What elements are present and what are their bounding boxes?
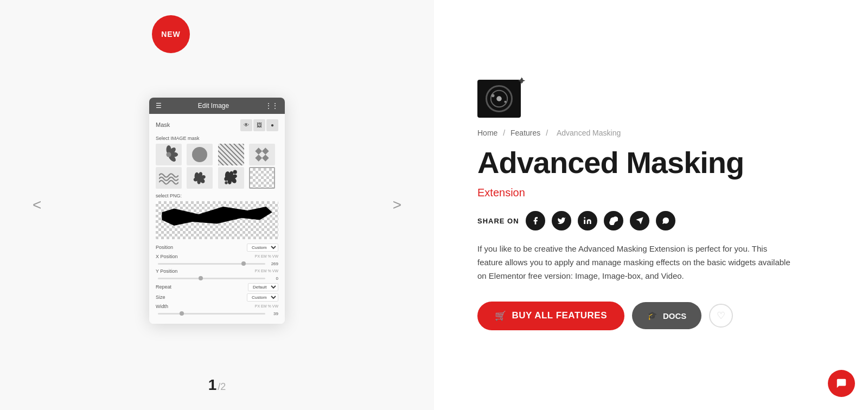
- mask-cell-circle[interactable]: [187, 144, 213, 165]
- svg-point-9: [233, 170, 237, 174]
- width-slider-value: 39: [267, 311, 278, 316]
- repeat-row: Repeat Default: [156, 283, 278, 291]
- page-current: 1: [208, 376, 217, 394]
- png-preview: [156, 201, 278, 239]
- width-slider-thumb[interactable]: [180, 311, 184, 316]
- x-position-units: PX EM % VW: [255, 254, 278, 258]
- svg-point-14: [505, 101, 507, 103]
- svg-rect-8: [262, 154, 269, 161]
- facebook-icon[interactable]: [526, 211, 545, 230]
- grid-icon[interactable]: ⋮⋮: [265, 102, 278, 110]
- left-section: NEW < ☰ Edit Image ⋮⋮ Mask 👁 🖼 ●: [0, 0, 434, 410]
- x-position-row: X Position PX EM % VW: [156, 254, 278, 259]
- svg-point-4: [167, 152, 171, 157]
- wishlist-button[interactable]: ♡: [709, 304, 733, 328]
- mask-row: Mask 👁 🖼 ●: [156, 119, 278, 133]
- y-position-label: Y Position: [156, 268, 188, 274]
- telegram-icon[interactable]: [630, 211, 649, 230]
- next-arrow[interactable]: >: [393, 196, 401, 214]
- page-total: 2: [220, 381, 226, 392]
- prev-arrow[interactable]: <: [33, 196, 41, 214]
- breadcrumb-current: Advanced Masking: [557, 129, 621, 137]
- y-slider-track[interactable]: [158, 278, 265, 279]
- svg-point-12: [496, 97, 502, 102]
- phone-mockup: ☰ Edit Image ⋮⋮ Mask 👁 🖼 ● Select IMAGE …: [149, 98, 285, 324]
- svg-point-15: [584, 217, 585, 219]
- twitter-icon[interactable]: [552, 211, 571, 230]
- phone-header: ☰ Edit Image ⋮⋮: [149, 98, 285, 114]
- x-slider-thumb[interactable]: [241, 261, 246, 266]
- buy-all-features-button[interactable]: 🛒 BUY ALL FEATURES: [477, 302, 624, 330]
- position-row: Position Custom: [156, 244, 278, 252]
- share-row: SHARE ON: [477, 211, 825, 230]
- mask-cell-wave[interactable]: [156, 167, 182, 189]
- position-dropdown[interactable]: Custom: [247, 244, 278, 252]
- mask-icons-row: 👁 🖼 ●: [240, 119, 278, 131]
- whatsapp-icon[interactable]: [656, 211, 675, 230]
- width-section: Width PX EM % VW 39: [156, 304, 278, 316]
- skype-icon[interactable]: [604, 211, 623, 230]
- mask-cell-diagonal[interactable]: [218, 144, 244, 165]
- svg-point-13: [492, 94, 495, 98]
- product-icon: ✦: [477, 80, 521, 118]
- docs-icon: 🎓: [647, 311, 658, 321]
- cart-icon: 🛒: [495, 310, 507, 322]
- width-slider-row: 39: [156, 311, 278, 316]
- mask-cell-splatter1[interactable]: [187, 167, 213, 189]
- breadcrumb-features[interactable]: Features: [510, 129, 540, 137]
- mask-cell-splatter2[interactable]: [218, 167, 244, 189]
- right-section: ✦ Home / Features / Advanced Masking Adv…: [434, 0, 868, 410]
- share-label: SHARE ON: [477, 217, 519, 225]
- y-position-section: Y Position PX EM % VW 0: [156, 268, 278, 281]
- docs-button[interactable]: 🎓 DOCS: [632, 302, 701, 329]
- breadcrumb-home[interactable]: Home: [477, 129, 497, 137]
- page-indicator: 1 /2: [208, 376, 226, 394]
- x-slider-track[interactable]: [158, 263, 265, 265]
- buy-button-label: BUY ALL FEATURES: [512, 310, 608, 321]
- svg-rect-5: [255, 148, 262, 155]
- y-slider-thumb[interactable]: [199, 276, 203, 280]
- size-label: Size: [156, 294, 188, 300]
- size-dropdown[interactable]: Custom: [247, 293, 278, 302]
- product-description: If you like to be creative the Advanced …: [477, 242, 792, 283]
- heart-icon: ♡: [717, 310, 725, 322]
- svg-rect-6: [262, 148, 269, 155]
- hamburger-icon[interactable]: ☰: [156, 102, 162, 110]
- svg-point-10: [225, 181, 227, 184]
- product-icon-inner: [486, 85, 513, 112]
- new-badge-label: NEW: [161, 30, 181, 39]
- page-container: NEW < ☰ Edit Image ⋮⋮ Mask 👁 🖼 ●: [0, 0, 868, 410]
- mask-image-icon[interactable]: 🖼: [253, 119, 265, 131]
- breadcrumb: Home / Features / Advanced Masking: [477, 129, 825, 137]
- y-position-row: Y Position PX EM % VW: [156, 268, 278, 274]
- width-slider-track[interactable]: [158, 313, 265, 315]
- chat-bubble[interactable]: [828, 370, 855, 397]
- mask-cell-flower[interactable]: [156, 144, 182, 165]
- mask-grid: [156, 144, 278, 189]
- phone-header-title: Edit Image: [198, 102, 229, 110]
- product-type: Extension: [477, 187, 825, 199]
- phone-body: Mask 👁 🖼 ● Select IMAGE mask: [149, 114, 285, 324]
- mask-cell-diamond[interactable]: [249, 144, 275, 165]
- breadcrumb-sep2: /: [546, 129, 548, 137]
- select-png-label: select PNG:: [156, 193, 278, 198]
- mask-label: Mask: [156, 121, 170, 128]
- product-title: Advanced Masking: [477, 147, 825, 179]
- x-slider-value: 269: [267, 261, 278, 266]
- position-label: Position: [156, 245, 188, 250]
- y-slider-row: 0: [156, 276, 278, 281]
- mask-eye-icon[interactable]: 👁: [240, 119, 252, 131]
- x-position-label: X Position: [156, 254, 188, 259]
- x-position-section: X Position PX EM % VW 269: [156, 254, 278, 266]
- size-row: Size Custom: [156, 293, 278, 302]
- action-row: 🛒 BUY ALL FEATURES 🎓 DOCS ♡: [477, 302, 825, 330]
- mask-circle-icon[interactable]: ●: [266, 119, 278, 131]
- width-label: Width: [156, 304, 188, 309]
- mask-cell-checked[interactable]: [249, 167, 275, 189]
- width-units: PX EM % VW: [255, 304, 278, 308]
- linkedin-icon[interactable]: [578, 211, 597, 230]
- width-row: Width PX EM % VW: [156, 304, 278, 309]
- y-position-units: PX EM % VW: [255, 269, 278, 273]
- repeat-label: Repeat: [156, 284, 188, 290]
- repeat-dropdown[interactable]: Default: [248, 283, 278, 291]
